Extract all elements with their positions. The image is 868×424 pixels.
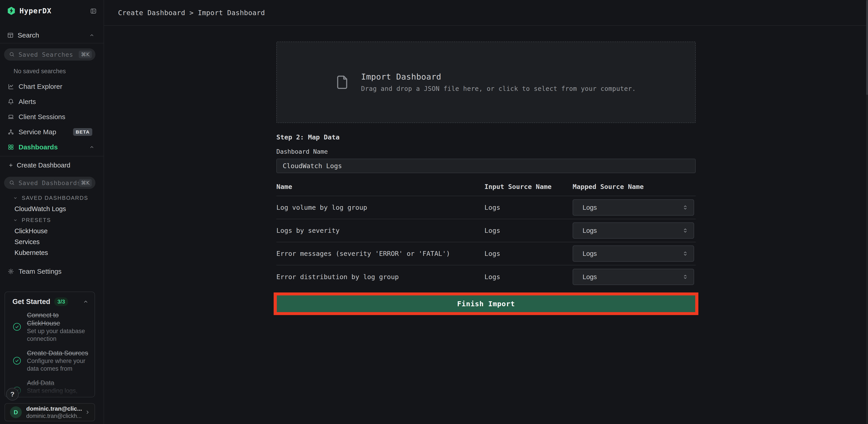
- get-started-card: Get Started 3/3 Connect to ClickHouse Se…: [4, 292, 95, 397]
- divider: [0, 43, 103, 43]
- chevron-up-icon[interactable]: [89, 33, 95, 38]
- step-title: Step 2: Map Data: [276, 133, 696, 141]
- row-input-source: Logs: [485, 250, 572, 257]
- chart-explorer-icon: [8, 84, 14, 90]
- chevron-down-icon: [13, 196, 18, 200]
- beta-badge: BETA: [73, 128, 93, 136]
- alerts-label: Alerts: [19, 98, 36, 105]
- shortcut-badge: ⌘K: [79, 51, 92, 58]
- search-icon: [9, 52, 15, 57]
- table-row: Error messages (severity 'ERROR' or 'FAT…: [276, 242, 696, 265]
- task-desc: Set up your database connection: [27, 327, 88, 343]
- table-row: Error distribution by log group Logs Log…: [276, 265, 696, 288]
- get-started-header[interactable]: Get Started 3/3: [5, 292, 95, 306]
- sidebar-item-alerts[interactable]: Alerts: [0, 94, 104, 109]
- search-section-label: Search: [18, 31, 39, 39]
- annotation-highlight: Finish Import: [274, 292, 699, 315]
- sidebar-item-client-sessions[interactable]: Client Sessions: [0, 109, 104, 124]
- help-button[interactable]: ?: [6, 388, 19, 400]
- task-add-data[interactable]: Add Data Start sending logs, metrics, or…: [12, 379, 89, 397]
- dashboards-grid-icon: [8, 144, 14, 150]
- check-circle-icon: [12, 356, 22, 365]
- scrollbar-thumb[interactable]: [866, 0, 868, 95]
- sidebar-item-dashboards[interactable]: Dashboards: [0, 140, 104, 155]
- dashboard-name-input[interactable]: [276, 159, 696, 173]
- user-profile-card[interactable]: D dominic.tran@clic... dominic.tran@clic…: [4, 403, 95, 421]
- finish-import-button[interactable]: Finish Import: [277, 295, 695, 312]
- logo-row: HyperDX: [0, 0, 104, 22]
- service-map-icon: [8, 129, 14, 135]
- alerts-bell-icon: [8, 99, 14, 105]
- task-title: Create Data Sources: [27, 350, 88, 357]
- selected-value: Logs: [583, 250, 597, 257]
- mapped-source-select[interactable]: Logs: [572, 269, 694, 285]
- task-create-data-sources[interactable]: Create Data Sources Configure where your…: [12, 349, 89, 372]
- row-name: Error messages (severity 'ERROR' or 'FAT…: [276, 250, 485, 257]
- get-started-progress-badge: 3/3: [54, 297, 68, 306]
- service-map-label: Service Map: [19, 128, 56, 136]
- saved-dashboards-placeholder: Saved Dashboards: [19, 180, 81, 187]
- sidebar-item-chart-explorer[interactable]: Chart Explorer: [0, 79, 104, 94]
- no-saved-searches-text: No saved searches: [13, 68, 66, 75]
- col-name: Name: [276, 183, 485, 191]
- select-chevrons-icon: [682, 273, 689, 280]
- row-input-source: Logs: [485, 273, 572, 281]
- presets-group[interactable]: PRESETS: [13, 217, 51, 223]
- chevron-right-icon: [85, 409, 90, 415]
- chevron-up-icon[interactable]: [89, 144, 95, 150]
- gear-icon: [8, 268, 14, 274]
- topbar: Create Dashboard > Import Dashboard: [104, 0, 868, 26]
- search-section-icon: [7, 32, 13, 38]
- task-connect-clickhouse[interactable]: Connect to ClickHouse Set up your databa…: [12, 311, 89, 343]
- table-header: Name Input Source Name Mapped Source Nam…: [276, 183, 696, 196]
- row-input-source: Logs: [485, 204, 572, 211]
- saved-dashboards-input[interactable]: Saved Dashboards ⌘K: [4, 177, 95, 189]
- collapse-sidebar-icon[interactable]: [90, 8, 97, 14]
- mapped-source-select[interactable]: Logs: [572, 246, 694, 262]
- dropzone-title: Import Dashboard: [361, 72, 636, 81]
- chevron-up-icon[interactable]: [83, 299, 89, 305]
- selected-value: Logs: [583, 273, 597, 281]
- breadcrumb[interactable]: Create Dashboard > Import Dashboard: [118, 9, 265, 17]
- search-icon: [9, 180, 15, 186]
- task-title: Connect to ClickHouse: [27, 312, 60, 327]
- client-sessions-laptop-icon: [8, 114, 14, 120]
- mapped-source-select[interactable]: Logs: [572, 199, 694, 216]
- sidebar-item-kubernetes[interactable]: Kubernetes: [14, 249, 48, 257]
- table-row: Log volume by log group Logs Logs: [276, 196, 696, 219]
- presets-group-label: PRESETS: [22, 217, 51, 223]
- task-desc: Configure where your data comes from: [27, 357, 88, 372]
- sidebar-item-services[interactable]: Services: [14, 238, 39, 246]
- sidebar-item-clickhouse[interactable]: ClickHouse: [14, 227, 48, 235]
- select-chevrons-icon: [682, 227, 689, 234]
- create-dashboard-button[interactable]: Create Dashboard: [0, 158, 104, 173]
- table-row: Logs by severity Logs Logs: [276, 219, 696, 242]
- plus-icon: [8, 163, 13, 168]
- saved-dashboards-group[interactable]: SAVED DASHBOARDS: [13, 195, 88, 201]
- saved-searches-placeholder: Saved Searches: [19, 51, 73, 58]
- chart-explorer-label: Chart Explorer: [19, 83, 62, 90]
- select-chevrons-icon: [682, 250, 689, 257]
- sidebar-item-cloudwatch-logs[interactable]: CloudWatch Logs: [14, 205, 66, 213]
- mapped-source-select[interactable]: Logs: [572, 222, 694, 239]
- saved-dashboards-group-label: SAVED DASHBOARDS: [22, 195, 88, 201]
- sidebar-item-team-settings[interactable]: Team Settings: [0, 264, 104, 279]
- profile-name: dominic.tran@clic...: [26, 405, 84, 412]
- create-dashboard-label: Create Dashboard: [17, 162, 70, 169]
- profile-email: dominic.tran@clickh...: [26, 413, 84, 419]
- scrollbar[interactable]: [866, 0, 868, 424]
- dashboard-name-label: Dashboard Name: [276, 148, 696, 156]
- select-chevrons-icon: [682, 204, 689, 211]
- sidebar: HyperDX Search: [0, 0, 104, 424]
- client-sessions-label: Client Sessions: [19, 113, 65, 121]
- avatar: D: [10, 406, 22, 418]
- sidebar-item-search[interactable]: Search: [0, 29, 104, 41]
- mapping-table: Name Input Source Name Mapped Source Nam…: [276, 183, 696, 288]
- import-dropzone[interactable]: Import Dashboard Drag and drop a JSON fi…: [276, 41, 696, 123]
- dropzone-subtitle: Drag and drop a JSON file here, or click…: [361, 85, 636, 92]
- saved-searches-input[interactable]: Saved Searches ⌘K: [4, 48, 95, 61]
- row-name: Logs by severity: [276, 227, 485, 234]
- team-settings-label: Team Settings: [19, 268, 62, 275]
- sidebar-item-service-map[interactable]: Service Map BETA: [0, 125, 104, 139]
- selected-value: Logs: [583, 227, 597, 234]
